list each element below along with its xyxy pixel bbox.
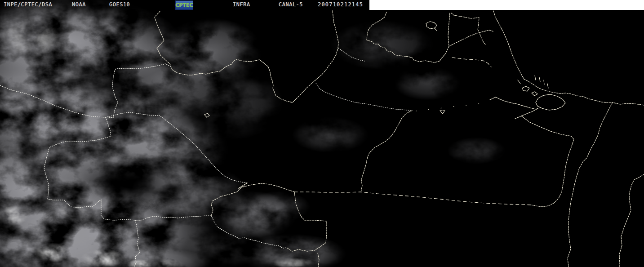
timestamp-label: 200710212145 — [318, 1, 363, 8]
satellite-label: GOES10 — [109, 1, 130, 8]
operator-label: NOAA — [72, 1, 86, 8]
cptec-logo: CPTEC — [175, 0, 193, 10]
channel-label: CANAL-5 — [279, 1, 303, 8]
header-bar: INPE/CPTEC/DSA NOAA GOES10 CPTEC INFRA C… — [0, 0, 644, 10]
header-white-bar — [369, 0, 644, 10]
cptec-logo-text: CPTEC — [175, 2, 193, 8]
satellite-product-window: INPE/CPTEC/DSA NOAA GOES10 CPTEC INFRA C… — [0, 0, 644, 267]
satellite-map — [0, 0, 644, 267]
band-label: INFRA — [233, 1, 250, 8]
bright-cloud-layer — [0, 0, 644, 267]
agency-label: INPE/CPTEC/DSA — [4, 1, 52, 8]
